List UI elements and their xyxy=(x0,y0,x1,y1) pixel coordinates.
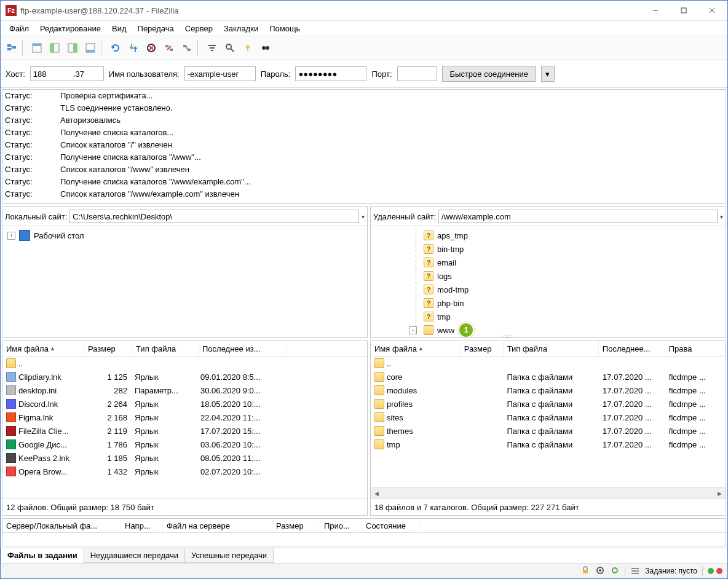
user-input[interactable] xyxy=(184,66,256,81)
svg-point-35 xyxy=(599,569,601,572)
tree-item[interactable]: +?mod-tmp xyxy=(371,283,726,296)
column-header[interactable]: Файл на сервере xyxy=(163,519,272,532)
desktop-icon xyxy=(19,230,30,241)
refresh-button[interactable] xyxy=(107,39,124,57)
remote-path-input[interactable] xyxy=(438,210,718,223)
tree-item[interactable]: +?logs xyxy=(371,269,726,283)
column-header[interactable]: Напр... xyxy=(121,519,163,532)
file-row[interactable]: themesПапка с файлами17.07.2020 ...flcdm… xyxy=(371,424,726,438)
search-button[interactable] xyxy=(221,39,239,57)
column-header[interactable]: Размер xyxy=(461,341,504,356)
local-columns[interactable]: Имя файла▲РазмерТип файлаПоследнее из... xyxy=(2,341,367,356)
file-row[interactable]: FileZilla Clie...2 119Ярлык17.07.2020 15… xyxy=(2,424,367,438)
process-queue-button[interactable] xyxy=(125,39,142,57)
log-line: Статус:Список каталогов "/www/example.co… xyxy=(2,188,726,200)
window-title: ftp-example-user@188.120.224.37 - FileZi… xyxy=(20,6,641,15)
column-header[interactable]: Последнее из... xyxy=(199,341,287,356)
local-path-input[interactable] xyxy=(69,210,359,223)
menu-Файл[interactable]: Файл xyxy=(4,23,34,34)
toggle-queue-button[interactable] xyxy=(82,39,99,57)
file-row[interactable]: KeePass 2.lnk1 185Ярлык08.05.2020 11:... xyxy=(2,451,367,465)
tree-item[interactable]: +?email xyxy=(371,256,726,269)
local-summary: 12 файлов. Общий размер: 18 750 байт xyxy=(2,498,367,515)
sync-browse-button[interactable] xyxy=(257,39,274,57)
port-input[interactable] xyxy=(397,66,437,81)
svg-rect-4 xyxy=(7,44,11,47)
file-row[interactable]: .. xyxy=(371,356,726,370)
column-header[interactable]: Права xyxy=(665,341,726,356)
menu-Вид[interactable]: Вид xyxy=(107,23,132,34)
remote-tree[interactable]: +?aps_tmp+?bin-tmp+?email+?logs+?mod-tmp… xyxy=(371,226,726,337)
toggle-log-button[interactable] xyxy=(28,39,46,57)
filter-button[interactable] xyxy=(204,39,221,57)
column-header[interactable]: Тип файла xyxy=(132,341,199,356)
menu-Помощь[interactable]: Помощь xyxy=(264,23,305,34)
tab[interactable]: Успешные передачи xyxy=(184,548,274,563)
pass-input[interactable] xyxy=(295,66,366,81)
cancel-button[interactable] xyxy=(143,39,160,57)
expander-icon[interactable]: + xyxy=(7,232,15,240)
file-row[interactable]: Figma.lnk2 168Ярлык22.04.2020 11:... xyxy=(2,411,367,424)
tab[interactable]: Файлы в задании xyxy=(1,548,84,563)
column-header[interactable]: Имя файла▲ xyxy=(2,341,84,356)
close-button[interactable] xyxy=(698,1,726,20)
file-row[interactable]: Discord.lnk2 264Ярлык18.05.2020 10:... xyxy=(2,397,367,411)
compare-button[interactable] xyxy=(239,39,256,57)
maximize-button[interactable] xyxy=(670,1,698,20)
minimize-button[interactable] xyxy=(641,1,670,20)
reconnect-button[interactable] xyxy=(178,39,196,57)
file-row[interactable]: Opera Brow...1 432Ярлык02.07.2020 10:... xyxy=(2,465,367,478)
dropdown-icon[interactable]: ▾ xyxy=(720,213,723,220)
svg-point-32 xyxy=(266,46,269,50)
column-header[interactable]: Прио... xyxy=(320,519,362,532)
column-header[interactable]: Сервер/Локальный фа... xyxy=(2,519,121,532)
file-row[interactable]: modulesПапка с файлами17.07.2020 ...flcd… xyxy=(371,384,726,397)
tree-item[interactable]: +?php-bin xyxy=(371,296,726,310)
file-row[interactable]: Google Дис...1 786Ярлык03.06.2020 10:... xyxy=(2,438,367,451)
column-header[interactable]: Последнее... xyxy=(599,341,665,356)
tree-item[interactable]: +example.com2 xyxy=(371,337,726,337)
file-row[interactable]: profilesПапка с файлами17.07.2020 ...flc… xyxy=(371,397,726,411)
menu-Сервер[interactable]: Сервер xyxy=(180,23,218,34)
svg-rect-12 xyxy=(50,44,54,52)
host-input[interactable] xyxy=(30,66,104,81)
menu-Передача[interactable]: Передача xyxy=(133,23,179,34)
local-tree[interactable]: + Рабочий стол xyxy=(2,226,367,337)
disconnect-button[interactable] xyxy=(160,39,178,57)
toggle-local-tree-button[interactable] xyxy=(46,39,63,57)
quickconnect-dropdown[interactable]: ▾ xyxy=(541,66,555,82)
horizontal-scrollbar[interactable]: ◀▶ xyxy=(371,487,726,498)
remote-columns[interactable]: Имя файла▲РазмерТип файлаПоследнее...Пра… xyxy=(371,341,726,356)
tree-item[interactable]: +?tmp xyxy=(371,310,726,323)
column-header[interactable]: Состояние xyxy=(362,519,419,532)
remote-filelist[interactable]: Имя файла▲РазмерТип файлаПоследнее...Пра… xyxy=(371,341,726,487)
menu-Редактирование[interactable]: Редактирование xyxy=(35,23,106,34)
tree-item[interactable]: +?aps_tmp xyxy=(371,229,726,242)
local-filelist[interactable]: Имя файла▲РазмерТип файлаПоследнее из...… xyxy=(2,341,367,498)
toggle-remote-tree-button[interactable] xyxy=(64,39,81,57)
column-header[interactable]: Имя файла▲ xyxy=(371,341,461,356)
tab[interactable]: Неудавшиеся передачи xyxy=(84,548,185,563)
tree-item[interactable]: +?bin-tmp xyxy=(371,242,726,256)
log-line: Статус:Получение списка каталогов... xyxy=(2,127,726,139)
dropdown-icon[interactable]: ▾ xyxy=(362,213,365,220)
folder-icon xyxy=(374,372,384,382)
file-row[interactable]: sitesПапка с файлами17.07.2020 ...flcdmp… xyxy=(371,411,726,424)
file-row[interactable]: coreПапка с файлами17.07.2020 ...flcdmpe… xyxy=(371,370,726,384)
column-header[interactable]: Размер xyxy=(84,341,132,356)
column-header[interactable]: Тип файла xyxy=(504,341,599,356)
log-panel[interactable]: Статус:Проверка сертификата...Статус:TLS… xyxy=(2,89,726,204)
tree-item[interactable]: -www1 xyxy=(371,323,726,337)
file-row[interactable]: tmpПапка с файлами17.07.2020 ...flcdmpe … xyxy=(371,438,726,451)
file-row[interactable]: Clipdiary.lnk1 125Ярлык09.01.2020 8:5... xyxy=(2,370,367,384)
file-row[interactable]: .. xyxy=(2,356,367,370)
quickconnect-button[interactable]: Быстрое соединение xyxy=(442,66,536,82)
site-manager-button[interactable] xyxy=(3,39,20,57)
file-row[interactable]: desktop.ini282Параметр...30.06.2020 9:0.… xyxy=(2,384,367,397)
column-header[interactable]: Размер xyxy=(272,519,320,532)
tree-item-desktop[interactable]: + Рабочий стол xyxy=(2,229,367,242)
folder-icon xyxy=(374,426,384,436)
queue-panel[interactable]: Сервер/Локальный фа...Напр...Файл на сер… xyxy=(2,518,726,546)
menu-Закладки[interactable]: Закладки xyxy=(219,23,263,34)
svg-rect-24 xyxy=(188,49,191,51)
